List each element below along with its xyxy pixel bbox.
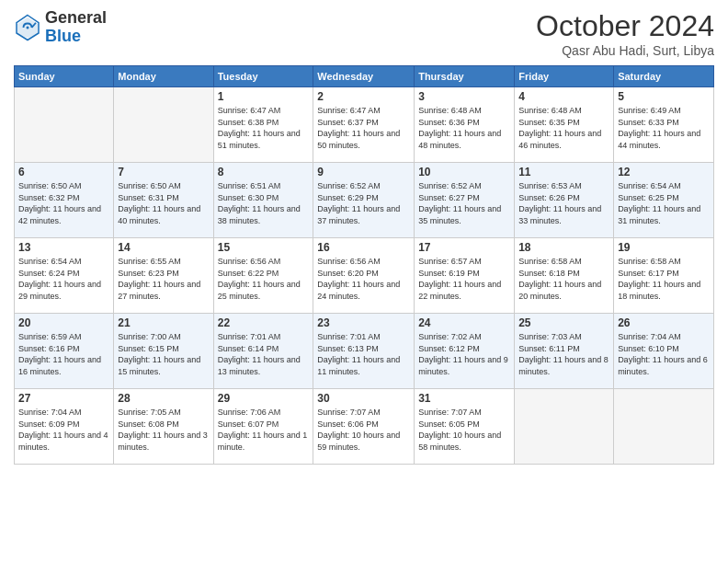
- weekday-header-tuesday: Tuesday: [213, 66, 313, 87]
- weekday-header-friday: Friday: [515, 66, 614, 87]
- calendar-week-row: 6Sunrise: 6:50 AMSunset: 6:32 PMDaylight…: [15, 163, 714, 238]
- day-info: Sunrise: 6:50 AMSunset: 6:31 PMDaylight:…: [118, 180, 209, 226]
- calendar-cell: 4Sunrise: 6:48 AMSunset: 6:35 PMDaylight…: [515, 87, 614, 163]
- calendar-cell: 3Sunrise: 6:48 AMSunset: 6:36 PMDaylight…: [415, 87, 515, 163]
- day-info: Sunrise: 7:07 AMSunset: 6:06 PMDaylight:…: [317, 407, 410, 453]
- calendar-cell: 16Sunrise: 6:56 AMSunset: 6:20 PMDayligh…: [313, 238, 415, 314]
- day-info: Sunrise: 6:52 AMSunset: 6:29 PMDaylight:…: [317, 180, 410, 226]
- day-number: 18: [518, 241, 609, 254]
- weekday-header-saturday: Saturday: [614, 66, 714, 87]
- day-info: Sunrise: 6:54 AMSunset: 6:25 PMDaylight:…: [618, 180, 710, 226]
- day-number: 9: [317, 166, 410, 178]
- calendar-cell: 10Sunrise: 6:52 AMSunset: 6:27 PMDayligh…: [415, 163, 515, 238]
- day-number: 23: [317, 316, 410, 329]
- day-number: 13: [18, 241, 109, 254]
- calendar-cell: 25Sunrise: 7:03 AMSunset: 6:11 PMDayligh…: [515, 314, 614, 389]
- logo-text: General Blue: [45, 9, 107, 46]
- calendar-table: SundayMondayTuesdayWednesdayThursdayFrid…: [14, 65, 714, 465]
- location: Qasr Abu Hadi, Surt, Libya: [536, 43, 714, 58]
- calendar-cell: [614, 389, 714, 465]
- calendar-cell: 19Sunrise: 6:58 AMSunset: 6:17 PMDayligh…: [614, 238, 714, 314]
- day-number: 16: [317, 241, 410, 254]
- calendar-cell: 20Sunrise: 6:59 AMSunset: 6:16 PMDayligh…: [15, 314, 114, 389]
- day-number: 17: [418, 241, 510, 254]
- calendar-cell: 24Sunrise: 7:02 AMSunset: 6:12 PMDayligh…: [415, 314, 515, 389]
- calendar-cell: 28Sunrise: 7:05 AMSunset: 6:08 PMDayligh…: [114, 389, 213, 465]
- day-number: 26: [618, 316, 710, 329]
- day-info: Sunrise: 7:00 AMSunset: 6:15 PMDaylight:…: [118, 331, 209, 377]
- logo-icon: [14, 14, 41, 41]
- calendar-cell: [15, 87, 114, 163]
- calendar-cell: 29Sunrise: 7:06 AMSunset: 6:07 PMDayligh…: [213, 389, 313, 465]
- calendar-cell: 26Sunrise: 7:04 AMSunset: 6:10 PMDayligh…: [614, 314, 714, 389]
- calendar-cell: 6Sunrise: 6:50 AMSunset: 6:32 PMDaylight…: [15, 163, 114, 238]
- calendar-cell: [114, 87, 213, 163]
- day-number: 2: [317, 90, 410, 103]
- day-number: 31: [418, 392, 510, 405]
- day-info: Sunrise: 7:04 AMSunset: 6:10 PMDaylight:…: [618, 331, 710, 377]
- day-info: Sunrise: 7:02 AMSunset: 6:12 PMDaylight:…: [418, 331, 510, 377]
- day-number: 8: [218, 166, 310, 178]
- calendar-week-row: 1Sunrise: 6:47 AMSunset: 6:38 PMDaylight…: [15, 87, 714, 163]
- day-info: Sunrise: 7:01 AMSunset: 6:13 PMDaylight:…: [317, 331, 410, 377]
- weekday-header-monday: Monday: [114, 66, 213, 87]
- day-info: Sunrise: 6:59 AMSunset: 6:16 PMDaylight:…: [18, 331, 109, 377]
- day-number: 28: [118, 392, 209, 405]
- calendar-cell: 30Sunrise: 7:07 AMSunset: 6:06 PMDayligh…: [313, 389, 415, 465]
- calendar-week-row: 13Sunrise: 6:54 AMSunset: 6:24 PMDayligh…: [15, 238, 714, 314]
- day-number: 3: [418, 90, 510, 103]
- day-number: 24: [418, 316, 510, 329]
- page: General Blue October 2024 Qasr Abu Hadi,…: [0, 0, 728, 563]
- day-number: 1: [218, 90, 310, 103]
- weekday-header-thursday: Thursday: [415, 66, 515, 87]
- day-number: 7: [118, 166, 209, 178]
- calendar-cell: 31Sunrise: 7:07 AMSunset: 6:05 PMDayligh…: [415, 389, 515, 465]
- day-number: 30: [317, 392, 410, 405]
- weekday-header-sunday: Sunday: [15, 66, 114, 87]
- calendar-cell: 7Sunrise: 6:50 AMSunset: 6:31 PMDaylight…: [114, 163, 213, 238]
- day-info: Sunrise: 6:48 AMSunset: 6:36 PMDaylight:…: [418, 105, 510, 151]
- day-info: Sunrise: 6:48 AMSunset: 6:35 PMDaylight:…: [518, 105, 609, 151]
- header: General Blue October 2024 Qasr Abu Hadi,…: [14, 9, 714, 58]
- day-info: Sunrise: 6:57 AMSunset: 6:19 PMDaylight:…: [418, 256, 510, 302]
- day-number: 4: [518, 90, 609, 103]
- day-number: 25: [518, 316, 609, 329]
- day-info: Sunrise: 6:56 AMSunset: 6:20 PMDaylight:…: [317, 256, 410, 302]
- day-info: Sunrise: 6:56 AMSunset: 6:22 PMDaylight:…: [218, 256, 310, 302]
- calendar-cell: 18Sunrise: 6:58 AMSunset: 6:18 PMDayligh…: [515, 238, 614, 314]
- weekday-header-wednesday: Wednesday: [313, 66, 415, 87]
- day-info: Sunrise: 7:05 AMSunset: 6:08 PMDaylight:…: [118, 407, 209, 453]
- calendar-cell: 2Sunrise: 6:47 AMSunset: 6:37 PMDaylight…: [313, 87, 415, 163]
- day-number: 10: [418, 166, 510, 178]
- day-info: Sunrise: 6:53 AMSunset: 6:26 PMDaylight:…: [518, 180, 609, 226]
- day-info: Sunrise: 6:55 AMSunset: 6:23 PMDaylight:…: [118, 256, 209, 302]
- calendar-cell: 22Sunrise: 7:01 AMSunset: 6:14 PMDayligh…: [213, 314, 313, 389]
- calendar-cell: [515, 389, 614, 465]
- day-info: Sunrise: 7:06 AMSunset: 6:07 PMDaylight:…: [218, 407, 310, 453]
- calendar-cell: 1Sunrise: 6:47 AMSunset: 6:38 PMDaylight…: [213, 87, 313, 163]
- calendar-week-row: 27Sunrise: 7:04 AMSunset: 6:09 PMDayligh…: [15, 389, 714, 465]
- calendar-cell: 21Sunrise: 7:00 AMSunset: 6:15 PMDayligh…: [114, 314, 213, 389]
- calendar-cell: 27Sunrise: 7:04 AMSunset: 6:09 PMDayligh…: [15, 389, 114, 465]
- day-number: 12: [618, 166, 710, 178]
- svg-point-2: [27, 26, 29, 29]
- day-number: 19: [618, 241, 710, 254]
- calendar-cell: 8Sunrise: 6:51 AMSunset: 6:30 PMDaylight…: [213, 163, 313, 238]
- day-number: 27: [18, 392, 109, 405]
- calendar-cell: 17Sunrise: 6:57 AMSunset: 6:19 PMDayligh…: [415, 238, 515, 314]
- day-number: 21: [118, 316, 209, 329]
- day-info: Sunrise: 7:04 AMSunset: 6:09 PMDaylight:…: [18, 407, 109, 453]
- day-number: 6: [18, 166, 109, 178]
- day-info: Sunrise: 6:47 AMSunset: 6:38 PMDaylight:…: [218, 105, 310, 151]
- day-number: 5: [618, 90, 710, 103]
- calendar-cell: 9Sunrise: 6:52 AMSunset: 6:29 PMDaylight…: [313, 163, 415, 238]
- title-block: October 2024 Qasr Abu Hadi, Surt, Libya: [536, 9, 714, 58]
- day-number: 15: [218, 241, 310, 254]
- calendar-cell: 14Sunrise: 6:55 AMSunset: 6:23 PMDayligh…: [114, 238, 213, 314]
- day-info: Sunrise: 6:52 AMSunset: 6:27 PMDaylight:…: [418, 180, 510, 226]
- day-number: 29: [218, 392, 310, 405]
- day-number: 20: [18, 316, 109, 329]
- day-info: Sunrise: 6:58 AMSunset: 6:18 PMDaylight:…: [518, 256, 609, 302]
- day-info: Sunrise: 6:58 AMSunset: 6:17 PMDaylight:…: [618, 256, 710, 302]
- day-info: Sunrise: 6:47 AMSunset: 6:37 PMDaylight:…: [317, 105, 410, 151]
